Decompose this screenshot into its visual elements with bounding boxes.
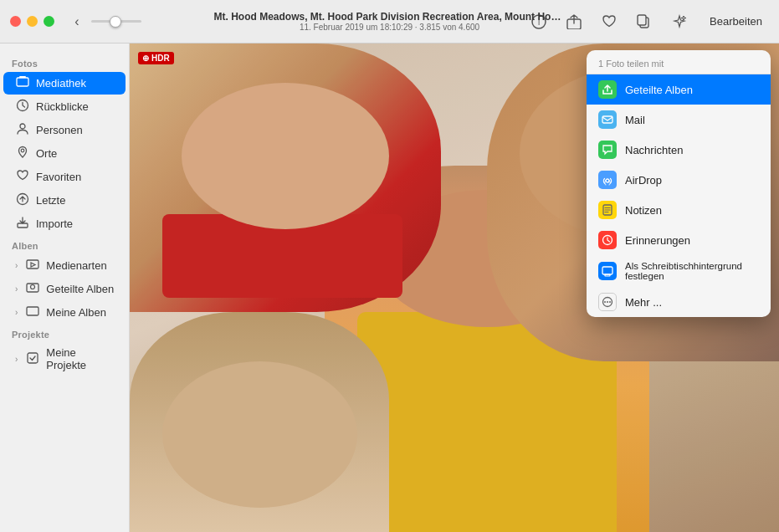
favoriten-label: Favoriten	[36, 171, 81, 183]
photo-subtitle: 11. Februar 2019 um 18:10:29 · 3.815 von…	[214, 23, 566, 32]
sidebar-item-importe[interactable]: Importe	[3, 212, 126, 235]
notizen-share-icon	[598, 201, 617, 219]
nav-slider-thumb	[110, 16, 121, 28]
share-item-wallpaper[interactable]: Als Schreibtischhintergrund festlegen	[587, 255, 771, 287]
airdrop-share-label: AirDrop	[625, 174, 662, 187]
sidebar-item-mediathek[interactable]: Mediathek	[3, 72, 126, 95]
orte-icon	[15, 146, 30, 161]
hdr-icon: ⊕	[142, 54, 149, 63]
meine-alben-label: Meine Alben	[46, 306, 106, 319]
sidebar-item-letzte[interactable]: Letzte	[3, 189, 126, 212]
sidebar-item-geteilte-alben[interactable]: › Geteilte Alben	[3, 278, 126, 300]
sidebar-item-meine-alben[interactable]: › Meine Alben	[3, 301, 126, 324]
svg-rect-6	[19, 76, 26, 78]
svg-point-14	[31, 285, 35, 289]
favorite-icon[interactable]	[597, 10, 621, 33]
photo-area: ⊕ HDR	[130, 43, 779, 532]
svg-point-18	[606, 179, 609, 182]
wallpaper-share-icon	[598, 262, 617, 280]
geteilte-alben-share-icon	[598, 80, 617, 99]
share-item-erinnerungen[interactable]: Erinnerungen	[587, 225, 771, 255]
mediathek-label: Mediathek	[36, 77, 86, 90]
svg-point-24	[604, 301, 606, 303]
mail-share-label: Mail	[625, 114, 645, 126]
nav-slider[interactable]	[91, 20, 141, 23]
title-center: Mt. Hood Meadows, Mt. Hood Park Division…	[214, 11, 566, 32]
mediathek-icon	[15, 75, 30, 91]
svg-rect-22	[605, 274, 610, 276]
window-controls	[10, 16, 54, 27]
orte-label: Orte	[36, 147, 57, 160]
geteilte-alben-icon	[25, 281, 40, 297]
geteilte-alben-label: Geteilte Alben	[46, 283, 114, 295]
share-item-airdrop[interactable]: AirDrop	[587, 165, 771, 195]
svg-rect-11	[18, 223, 28, 228]
medienarten-icon	[25, 258, 40, 274]
share-popup-header: 1 Foto teilen mit	[587, 50, 771, 74]
meine-projekte-icon	[25, 351, 40, 367]
airdrop-share-icon	[598, 171, 617, 189]
sidebar: Fotos Mediathek Rückblicke	[0, 43, 130, 532]
medienarten-label: Medienarten	[46, 259, 106, 272]
hdr-label: HDR	[151, 54, 170, 63]
share-item-mail[interactable]: Mail	[587, 105, 771, 135]
svg-rect-15	[27, 307, 38, 315]
svg-point-26	[609, 301, 611, 303]
maximize-button[interactable]	[44, 16, 54, 27]
edit-button[interactable]: Bearbeiten	[703, 12, 769, 31]
nachrichten-share-label: Nachrichten	[625, 144, 683, 156]
svg-point-25	[607, 301, 608, 303]
personen-label: Personen	[36, 124, 83, 136]
toolbar-actions: i Bearbeiten	[527, 10, 769, 33]
share-icon[interactable]	[562, 10, 586, 33]
svg-rect-4	[638, 15, 646, 25]
svg-rect-21	[602, 267, 612, 274]
minimize-button[interactable]	[27, 16, 38, 27]
hdr-badge: ⊕ HDR	[138, 52, 174, 64]
importe-icon	[15, 216, 30, 232]
duplicate-icon[interactable]	[633, 10, 656, 33]
share-item-notizen[interactable]: Notizen	[587, 195, 771, 225]
meine-alben-icon	[25, 304, 40, 320]
importe-label: Importe	[36, 217, 73, 230]
share-item-mehr[interactable]: Mehr ...	[587, 287, 771, 317]
rueckblicke-icon	[15, 99, 30, 115]
close-button[interactable]	[10, 16, 21, 27]
letzte-label: Letzte	[36, 194, 65, 207]
svg-rect-17	[602, 116, 612, 123]
chevron-meine-alben: ›	[15, 308, 18, 317]
favoriten-icon	[15, 169, 30, 185]
back-button[interactable]: ‹	[68, 13, 86, 31]
main-content: Fotos Mediathek Rückblicke	[0, 43, 779, 532]
sidebar-item-personen[interactable]: Personen	[3, 119, 126, 141]
meine-projekte-label: Meine Projekte	[46, 346, 117, 371]
share-item-geteilte-alben[interactable]: Geteilte Alben	[587, 74, 771, 105]
share-item-nachrichten[interactable]: Nachrichten	[587, 135, 771, 165]
notizen-share-label: Notizen	[625, 204, 662, 217]
svg-rect-12	[27, 260, 38, 269]
mehr-share-icon	[598, 293, 617, 311]
magic-icon[interactable]	[668, 10, 691, 33]
svg-point-9	[21, 149, 24, 152]
share-popup: 1 Foto teilen mit Geteilte Alben	[587, 50, 771, 317]
letzte-icon	[15, 192, 30, 208]
projekte-section-label: Projekte	[0, 325, 129, 342]
chevron-projekte: ›	[15, 355, 18, 364]
title-bar: ‹ Mt. Hood Meadows, Mt. Hood Park Divisi…	[0, 0, 779, 43]
geteilte-alben-share-label: Geteilte Alben	[625, 84, 693, 96]
erinnerungen-share-icon	[598, 231, 617, 249]
alben-section-label: Alben	[0, 236, 129, 253]
sidebar-item-rueckblicke[interactable]: Rückblicke	[3, 95, 126, 118]
sidebar-item-favoriten[interactable]: Favoriten	[3, 166, 126, 188]
erinnerungen-share-label: Erinnerungen	[625, 234, 690, 247]
nachrichten-share-icon	[598, 141, 617, 159]
svg-rect-16	[28, 353, 38, 363]
rueckblicke-label: Rückblicke	[36, 100, 89, 113]
nav-controls: ‹	[68, 13, 141, 31]
sidebar-item-orte[interactable]: Orte	[3, 142, 126, 165]
sidebar-item-meine-projekte[interactable]: › Meine Projekte	[3, 343, 126, 375]
fotos-section-label: Fotos	[0, 54, 129, 71]
mail-share-icon	[598, 110, 617, 129]
svg-point-8	[20, 124, 25, 129]
sidebar-item-medienarten[interactable]: › Medienarten	[3, 254, 126, 277]
